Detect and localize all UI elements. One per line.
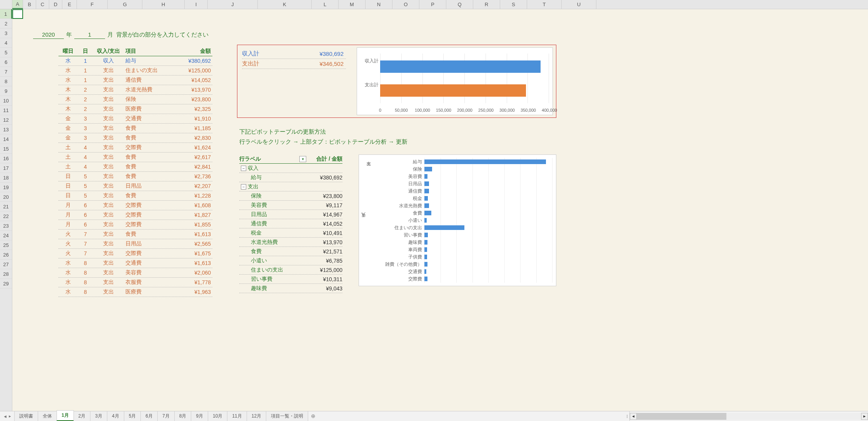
tab-nav-buttons[interactable]: ◄ ▸ <box>0 411 14 421</box>
pivot-item-row[interactable]: 食費¥21,571 <box>239 247 342 256</box>
row-header-15[interactable]: 15 <box>0 144 12 154</box>
column-header-F[interactable]: F <box>77 0 108 9</box>
collapse-icon[interactable]: − <box>241 166 246 171</box>
sheet-tab[interactable]: 9月 <box>191 411 208 421</box>
row-header-7[interactable]: 7 <box>0 67 12 77</box>
row-header-9[interactable]: 9 <box>0 86 12 96</box>
row-header-20[interactable]: 20 <box>0 192 12 202</box>
sheet-tab[interactable]: 10月 <box>208 411 227 421</box>
pivot-filter-icon[interactable]: ▾ <box>299 156 306 162</box>
ledger-row[interactable]: 水8支出医療費¥1,963 <box>58 287 212 297</box>
ledger-row[interactable]: 水8支出衣服費¥1,778 <box>58 278 212 287</box>
sheet-tab[interactable]: 8月 <box>174 411 192 421</box>
column-header-U[interactable]: U <box>562 0 596 9</box>
chart2-bar[interactable] <box>424 174 427 179</box>
ledger-row[interactable]: 火7支出食費¥1,613 <box>58 230 212 239</box>
row-header-13[interactable]: 13 <box>0 125 12 134</box>
category-bar-chart[interactable]: 収入 支出 給与保険美容費日用品通信費税金水道光熱費食費小遣い住まいの支出習い事… <box>359 154 556 286</box>
tab-scroll-splitter[interactable] <box>625 411 629 421</box>
sheet-tab[interactable]: 4月 <box>107 411 124 421</box>
ledger-row[interactable]: 月6支出交際費¥1,608 <box>58 201 212 210</box>
ledger-row[interactable]: 日5支出食費¥2,736 <box>58 172 212 181</box>
row-header-4[interactable]: 4 <box>0 38 12 48</box>
pivot-item-row[interactable]: 美容費¥9,117 <box>239 201 342 210</box>
column-header-H[interactable]: H <box>142 0 185 9</box>
chart1-bar[interactable] <box>380 84 526 97</box>
ledger-row[interactable]: 水8支出交通費¥1,613 <box>58 258 212 268</box>
chart2-bar[interactable] <box>424 269 426 274</box>
column-header-C[interactable]: C <box>36 0 49 9</box>
sheet-tab[interactable]: 3月 <box>90 411 107 421</box>
ledger-row[interactable]: 火7支出日用品¥2,565 <box>58 239 212 249</box>
sheet-tab[interactable]: 6月 <box>140 411 158 421</box>
pivot-item-row[interactable]: 習い事費¥10,311 <box>239 275 342 284</box>
pivot-item-row[interactable]: 給与¥380,692 <box>239 173 342 182</box>
scroll-left-icon[interactable]: ◄ <box>630 413 637 420</box>
ledger-row[interactable]: 木2支出保険¥23,800 <box>58 95 212 104</box>
row-header-17[interactable]: 17 <box>0 163 12 173</box>
column-header-S[interactable]: S <box>500 0 527 9</box>
row-header-27[interactable]: 27 <box>0 260 12 269</box>
pivot-item-row[interactable]: 趣味費¥9,043 <box>239 284 342 293</box>
ledger-row[interactable]: 火7支出交際費¥1,675 <box>58 249 212 258</box>
tab-nav-prev-icon[interactable]: ▸ <box>9 414 11 419</box>
chart2-bar[interactable] <box>424 167 432 171</box>
ledger-row[interactable]: 水1収入給与¥380,692 <box>58 56 212 66</box>
pivot-item-row[interactable]: 税金¥10,491 <box>239 228 342 238</box>
row-header-11[interactable]: 11 <box>0 106 12 115</box>
ledger-row[interactable]: 金3支出交通費¥1,910 <box>58 114 212 124</box>
column-header-Q[interactable]: Q <box>446 0 473 9</box>
row-header-10[interactable]: 10 <box>0 96 12 106</box>
pivot-group-row[interactable]: −収入 <box>239 164 342 173</box>
worksheet-area[interactable]: 2020 年 1 月 背景が白の部分を入力してください 曜日 日 収入/支出 項… <box>12 9 868 421</box>
chart2-bar[interactable] <box>424 225 464 230</box>
chart2-bar[interactable] <box>424 181 429 186</box>
row-header-18[interactable]: 18 <box>0 173 12 183</box>
chart2-bar[interactable] <box>424 233 428 237</box>
pivot-item-row[interactable]: 小遣い¥6,785 <box>239 256 342 265</box>
row-header-26[interactable]: 26 <box>0 250 12 260</box>
chart2-bar[interactable] <box>424 203 429 208</box>
row-header-21[interactable]: 21 <box>0 202 12 211</box>
row-header-25[interactable]: 25 <box>0 240 12 250</box>
pivot-item-row[interactable]: 日用品¥14,967 <box>239 210 342 219</box>
sheet-tab[interactable]: 11月 <box>227 411 247 421</box>
scroll-right-icon[interactable]: ► <box>861 413 868 420</box>
collapse-icon[interactable]: − <box>241 184 246 190</box>
ledger-row[interactable]: 月6支出交際費¥1,827 <box>58 210 212 220</box>
row-header-29[interactable]: 29 <box>0 279 12 288</box>
pivot-item-row[interactable]: 通信費¥14,052 <box>239 219 342 228</box>
row-header-14[interactable]: 14 <box>0 134 12 144</box>
chart2-bar[interactable] <box>424 196 428 201</box>
row-header-6[interactable]: 6 <box>0 57 12 67</box>
chart2-bar[interactable] <box>424 240 427 245</box>
sheet-tab[interactable]: 2月 <box>73 411 91 421</box>
ledger-row[interactable]: 金3支出食費¥1,185 <box>58 124 212 133</box>
ledger-row[interactable]: 金3支出食費¥2,830 <box>58 133 212 143</box>
row-header-5[interactable]: 5 <box>0 48 12 57</box>
column-header-O[interactable]: O <box>392 0 419 9</box>
horizontal-scrollbar[interactable]: ◄ ► <box>629 411 868 421</box>
sheet-tab[interactable]: 1月 <box>57 410 74 421</box>
select-all-corner[interactable] <box>0 0 12 9</box>
chart2-bar[interactable] <box>424 277 427 281</box>
chart1-bar[interactable] <box>380 60 541 73</box>
column-header-L[interactable]: L <box>312 0 339 9</box>
pivot-item-row[interactable]: 住まいの支出¥125,000 <box>239 265 342 275</box>
column-header-I[interactable]: I <box>185 0 208 9</box>
pivot-item-row[interactable]: 保険¥23,800 <box>239 191 342 201</box>
chart2-bar[interactable] <box>424 218 427 223</box>
row-header-3[interactable]: 3 <box>0 29 12 38</box>
sheet-tab[interactable]: 説明書 <box>14 411 38 421</box>
row-header-2[interactable]: 2 <box>0 19 12 29</box>
month-input[interactable]: 1 <box>74 31 105 39</box>
ledger-row[interactable]: 土4支出食費¥2,841 <box>58 162 212 172</box>
row-header-28[interactable]: 28 <box>0 269 12 279</box>
pivot-group-row[interactable]: −支出 <box>239 182 342 191</box>
chart2-bar[interactable] <box>424 159 546 164</box>
sheet-tab[interactable]: 5月 <box>124 411 141 421</box>
chart2-bar[interactable] <box>424 211 431 215</box>
column-header-T[interactable]: T <box>527 0 562 9</box>
sheet-tab[interactable]: 項目一覧・説明 <box>266 411 308 421</box>
tab-nav-first-icon[interactable]: ◄ <box>3 414 7 419</box>
